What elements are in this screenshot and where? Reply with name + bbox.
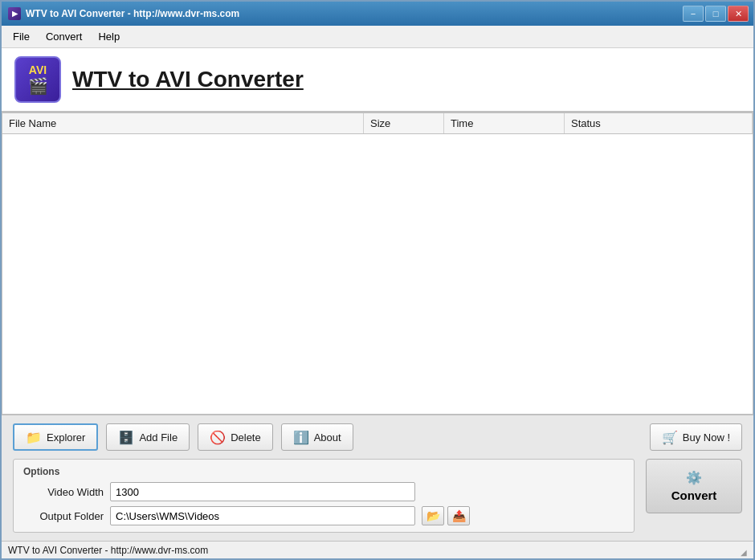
convert-button[interactable]: ⚙️ Convert	[646, 459, 742, 513]
bottom-and-convert: 📁 Explorer 🗄️ Add File 🚫 Delete ℹ️ About	[13, 423, 742, 533]
add-file-label: Add File	[139, 431, 178, 444]
title-bar: ▶ WTV to AVI Converter - http://www.dvr-…	[2, 2, 753, 26]
file-list-header: File Name Size Time Status	[2, 113, 753, 134]
status-bar-text: WTV to AVI Converter - http://www.dvr-ms…	[8, 545, 734, 556]
folder-browse-icon: 📂	[426, 509, 440, 522]
delete-icon: 🚫	[210, 430, 226, 445]
explorer-label: Explorer	[47, 431, 85, 444]
col-header-filename: File Name	[2, 113, 364, 133]
menu-convert[interactable]: Convert	[38, 28, 91, 45]
app-header: AVI 🎬 WTV to AVI Converter	[2, 48, 753, 112]
add-icon: 🗄️	[118, 430, 134, 445]
title-bar-left: ▶ WTV to AVI Converter - http://www.dvr-…	[8, 7, 239, 20]
logo-film-icon: 🎬	[28, 76, 48, 96]
folder-open-icon: 📤	[452, 509, 466, 522]
logo-avi-text: AVI	[29, 63, 47, 76]
video-width-row: Video Width	[23, 482, 624, 501]
menu-bar: File Convert Help	[2, 26, 753, 48]
browse-folder-button[interactable]: 📂	[422, 506, 444, 525]
options-label: Options	[23, 466, 624, 477]
status-bar: WTV to AVI Converter - http://www.dvr-ms…	[2, 541, 753, 558]
col-header-time: Time	[444, 113, 565, 133]
file-list-body[interactable]	[2, 134, 753, 414]
about-label: About	[314, 431, 341, 444]
close-button[interactable]: ✕	[728, 6, 749, 22]
button-row: 📁 Explorer 🗄️ Add File 🚫 Delete ℹ️ About	[13, 423, 635, 451]
folder-icon: 📁	[26, 430, 42, 445]
options-group: Options Video Width Output Folder 📂	[13, 459, 635, 533]
output-folder-label: Output Folder	[23, 510, 104, 522]
folder-buttons: 📂 📤	[422, 506, 470, 525]
convert-label: Convert	[671, 488, 717, 502]
open-folder-button[interactable]: 📤	[447, 506, 470, 525]
app-logo: AVI 🎬	[14, 56, 61, 103]
minimize-button[interactable]: −	[683, 6, 704, 22]
resize-grip[interactable]: ◢	[734, 544, 747, 557]
menu-help[interactable]: Help	[90, 28, 128, 45]
output-folder-input[interactable]	[110, 506, 415, 525]
buy-now-button[interactable]: 🛒 Buy Now !	[650, 423, 742, 451]
window-title: WTV to AVI Converter - http://www.dvr-ms…	[26, 8, 239, 19]
cart-icon: 🛒	[662, 430, 678, 445]
options-and-buttons: 📁 Explorer 🗄️ Add File 🚫 Delete ℹ️ About	[13, 423, 635, 533]
add-file-button[interactable]: 🗄️ Add File	[106, 423, 190, 451]
gear-icon: ⚙️	[686, 470, 702, 485]
video-width-input[interactable]	[110, 482, 415, 501]
about-button[interactable]: ℹ️ About	[281, 423, 353, 451]
app-icon: ▶	[8, 7, 21, 20]
delete-button[interactable]: 🚫 Delete	[198, 423, 273, 451]
right-actions: 🛒 Buy Now ! ⚙️ Convert	[646, 423, 742, 513]
bottom-panel: 📁 Explorer 🗄️ Add File 🚫 Delete ℹ️ About	[2, 415, 753, 541]
output-folder-row: Output Folder 📂 📤	[23, 506, 624, 525]
menu-file[interactable]: File	[5, 28, 38, 45]
video-width-label: Video Width	[23, 486, 104, 498]
delete-label: Delete	[231, 431, 261, 444]
app-title: WTV to AVI Converter	[72, 67, 304, 92]
maximize-button[interactable]: □	[705, 6, 726, 22]
main-window: ▶ WTV to AVI Converter - http://www.dvr-…	[0, 0, 755, 560]
title-bar-buttons: − □ ✕	[683, 6, 749, 22]
explorer-button[interactable]: 📁 Explorer	[13, 423, 98, 451]
file-list-container: File Name Size Time Status	[2, 112, 753, 415]
info-icon: ℹ️	[293, 430, 309, 445]
col-header-size: Size	[364, 113, 444, 133]
buy-now-label: Buy Now !	[683, 431, 730, 444]
col-header-status: Status	[565, 113, 753, 133]
